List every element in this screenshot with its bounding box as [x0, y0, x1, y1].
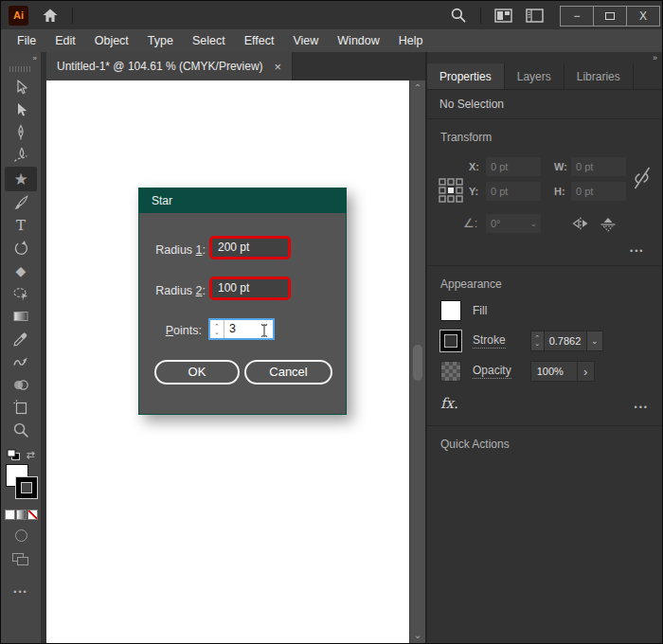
illustrator-app-icon[interactable]: Ai	[9, 6, 28, 26]
dialog-title[interactable]: Star	[139, 188, 346, 213]
type-tool[interactable]: T	[5, 214, 37, 237]
document-tab[interactable]: Untitled-1* @ 104.61 % (CMYK/Preview) ×	[46, 52, 293, 80]
color-button[interactable]	[5, 510, 15, 520]
scroll-up-icon[interactable]: ⌃	[410, 83, 425, 93]
tab-properties[interactable]: Properties	[427, 63, 505, 89]
shape-builder-tool[interactable]	[5, 373, 37, 396]
opacity-label-link[interactable]: Opacity	[473, 364, 511, 379]
flip-horizontal-icon[interactable]	[571, 216, 590, 231]
angle-chevron-down-icon[interactable]: ⌄	[529, 214, 537, 233]
document-arrange-button[interactable]	[526, 9, 544, 23]
gradient-button[interactable]	[16, 510, 27, 520]
search-button[interactable]	[450, 7, 467, 24]
stroke-weight-stepper[interactable]: ⌃ ⌄	[530, 331, 545, 351]
lasso-tool[interactable]	[5, 282, 37, 305]
points-value[interactable]: 3	[224, 320, 236, 338]
reference-point-icon[interactable]	[439, 178, 463, 203]
opacity-arrow-icon[interactable]: ›	[578, 361, 595, 382]
x-field[interactable]: 0 pt	[486, 157, 541, 176]
points-label-colon: :	[199, 324, 202, 337]
gradient-tool[interactable]	[5, 305, 37, 328]
rotate-tool[interactable]	[5, 237, 37, 259]
maximize-button[interactable]	[593, 6, 627, 27]
screen-mode-icon[interactable]	[12, 553, 29, 566]
artboard-canvas[interactable]: Star Radius 1: 200 pt Radius 2: 100 pt P…	[46, 80, 409, 643]
opacity-value[interactable]: 100%	[530, 361, 578, 382]
transform-more-options-button[interactable]: •••	[630, 246, 644, 256]
points-stepper[interactable]: ⌃ ⌄	[210, 320, 224, 338]
cancel-button[interactable]: Cancel	[244, 360, 332, 385]
zoom-tool[interactable]	[5, 419, 37, 441]
workspace-switcher-button[interactable]	[494, 9, 512, 23]
menu-item-object[interactable]: Object	[85, 29, 138, 52]
menu-item-view[interactable]: View	[283, 29, 328, 52]
stroke-weight-chevron-down-icon[interactable]: ⌄	[586, 331, 603, 351]
default-fill-stroke-icon[interactable]	[7, 449, 21, 461]
menu-item-file[interactable]: File	[8, 29, 45, 52]
home-button[interactable]	[42, 8, 59, 23]
menu-item-window[interactable]: Window	[328, 29, 388, 52]
menu-item-help[interactable]: Help	[389, 29, 433, 52]
ok-button[interactable]: OK	[154, 360, 240, 385]
artboard-tool[interactable]	[5, 396, 37, 419]
opacity-swatch[interactable]	[440, 361, 461, 382]
shaper-tool[interactable]	[5, 350, 37, 373]
none-button[interactable]	[27, 510, 38, 520]
stroke-swatch[interactable]	[16, 477, 37, 498]
close-button[interactable]: X	[626, 6, 660, 27]
stroke-stepper-down-icon[interactable]: ⌄	[534, 341, 540, 347]
menu-item-select[interactable]: Select	[183, 29, 235, 52]
shaper-squiggle-icon	[12, 353, 29, 370]
radius1-input[interactable]: 200 pt	[212, 239, 288, 257]
radius1-accelerator: 1	[196, 243, 203, 257]
scrollbar-thumb[interactable]	[413, 345, 422, 381]
angle-dropdown[interactable]: 0° ⌄	[486, 214, 541, 233]
workspace-layout-icon	[494, 9, 512, 23]
points-label-rest: oints	[173, 324, 198, 337]
tab-close-icon[interactable]: ×	[275, 61, 282, 73]
artboard-icon	[12, 399, 29, 416]
menu-item-edit[interactable]: Edit	[45, 29, 85, 52]
w-field[interactable]: 0 pt	[571, 157, 626, 176]
toolbar-grip-handle[interactable]	[9, 66, 32, 72]
selection-tool[interactable]	[5, 76, 37, 98]
tab-libraries[interactable]: Libraries	[564, 63, 634, 89]
star-tool-selected[interactable]: ★	[5, 167, 37, 191]
fx-effects-button[interactable]: fx.	[440, 395, 458, 412]
curvature-tool[interactable]	[5, 144, 37, 167]
direct-selection-tool[interactable]	[5, 98, 37, 121]
menubar: File Edit Object Type Select Effect View…	[1, 29, 662, 52]
h-field[interactable]: 0 pt	[571, 182, 626, 201]
stroke-color-swatch[interactable]	[440, 331, 461, 351]
stroke-label-link[interactable]: Stroke	[473, 333, 506, 349]
eraser-tool[interactable]: ◆	[5, 259, 37, 282]
constrain-proportions-broken-link-icon[interactable]	[632, 165, 653, 191]
menu-item-effect[interactable]: Effect	[235, 29, 284, 52]
appearance-more-options-button[interactable]: •••	[635, 402, 649, 412]
swap-fill-stroke-icon[interactable]: ⇄	[26, 450, 34, 460]
flip-vertical-icon[interactable]	[600, 216, 617, 233]
draw-mode-icon[interactable]	[15, 529, 27, 542]
curvature-pen-icon	[12, 147, 29, 164]
panel-collapse-button[interactable]: »	[427, 52, 662, 63]
direct-selection-arrow-icon	[12, 101, 29, 118]
h-label: H:	[554, 182, 565, 201]
eyedropper-tool[interactable]	[5, 328, 37, 350]
minimize-button[interactable]: −	[560, 6, 594, 27]
stroke-weight-value[interactable]: 0.7862	[545, 331, 586, 351]
paintbrush-tool[interactable]	[5, 191, 37, 214]
vertical-scrollbar[interactable]: ⌃ ⌄	[409, 80, 425, 643]
edit-toolbar-button[interactable]: •••	[1, 587, 41, 597]
y-field[interactable]: 0 pt	[486, 182, 541, 201]
menu-item-type[interactable]: Type	[138, 29, 183, 52]
scroll-down-icon[interactable]: ⌄	[410, 631, 425, 640]
tab-layers[interactable]: Layers	[505, 63, 564, 89]
stepper-down-icon[interactable]: ⌄	[214, 330, 220, 335]
selection-arrow-icon	[12, 79, 29, 96]
radius2-input[interactable]: 100 pt	[212, 279, 288, 297]
toolbar-collapse-button[interactable]: »	[1, 52, 41, 64]
points-input-focused[interactable]: ⌃ ⌄ 3	[208, 318, 275, 340]
pen-tool[interactable]	[5, 121, 37, 144]
fill-color-swatch[interactable]	[440, 300, 461, 321]
radius1-label: Radius 1:	[139, 242, 206, 259]
